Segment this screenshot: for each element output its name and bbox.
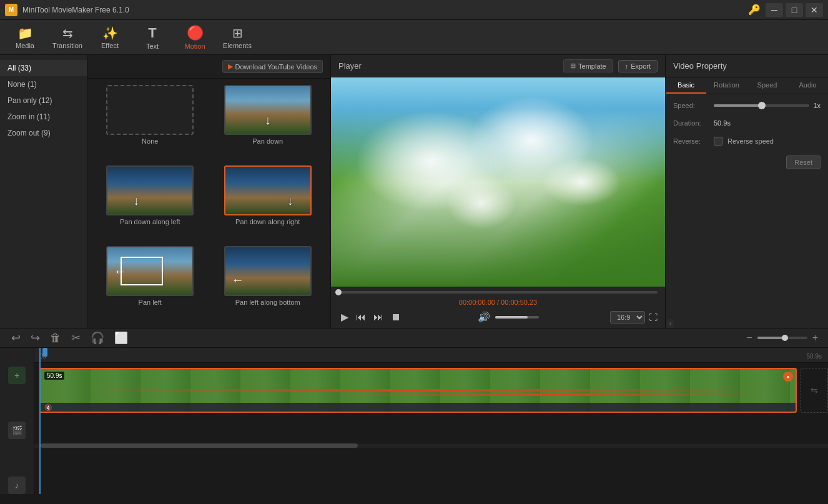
- stop-button[interactable]: ⏹: [388, 310, 403, 324]
- motion-pan-down-thumb[interactable]: ↓: [224, 85, 312, 135]
- add-track-button[interactable]: +: [8, 367, 26, 384]
- motion-none-thumb[interactable]: [106, 85, 194, 135]
- pan-down-right-arrow-icon: ↓: [287, 194, 293, 208]
- progress-bar[interactable]: [338, 291, 658, 294]
- app-title: MiniTool MovieMaker Free 6.1.0: [22, 6, 748, 14]
- video-track-icon[interactable]: 🎬: [8, 422, 26, 439]
- motion-pan-down-left-label: Pan down along left: [120, 218, 180, 225]
- toolbar-media[interactable]: 📁 Media: [5, 22, 45, 52]
- zoom-slider[interactable]: [757, 337, 807, 339]
- toolbar-elements[interactable]: ⊞ Elements: [217, 22, 257, 52]
- media-icon: 📁: [17, 26, 33, 41]
- audio-track-icon[interactable]: ♪: [8, 477, 26, 494]
- youtube-download-button[interactable]: ▶ Download YouTube Videos: [222, 60, 323, 73]
- template-label: Template: [578, 62, 606, 70]
- detach-audio-button[interactable]: 🎧: [87, 329, 108, 347]
- volume-button[interactable]: 🔊: [475, 310, 493, 324]
- speed-knob[interactable]: [758, 102, 766, 109]
- clip-audio-bar: 🔇: [41, 403, 796, 412]
- property-tabs: Basic Rotation Speed Audio: [666, 77, 828, 94]
- reset-button[interactable]: Reset: [786, 156, 821, 169]
- volume-slider[interactable]: [495, 316, 539, 319]
- aspect-ratio-select[interactable]: 16:9 9:16 1:1 4:3: [610, 311, 645, 324]
- sidebar-item-all[interactable]: All (33): [0, 60, 87, 76]
- titlebar: M MiniTool MovieMaker Free 6.1.0 🔑 ─ □ ✕: [0, 0, 828, 20]
- add-clip-icon: ⇆: [811, 385, 818, 395]
- collapse-handle[interactable]: ‹: [666, 319, 674, 328]
- reverse-checkbox[interactable]: [714, 137, 722, 146]
- toolbar-effect[interactable]: ✨ Effect: [90, 22, 130, 52]
- effect-label: Effect: [101, 42, 119, 49]
- playhead[interactable]: [39, 348, 41, 494]
- delete-button[interactable]: 🗑: [46, 329, 65, 347]
- motion-pan-down-right[interactable]: ↓ Pan down along right: [212, 166, 325, 241]
- tab-rotation[interactable]: Rotation: [706, 77, 747, 94]
- tab-speed[interactable]: Speed: [747, 77, 787, 94]
- toolbar-motion[interactable]: 🔴 Motion: [175, 22, 215, 52]
- motion-icon: 🔴: [187, 25, 204, 41]
- sidebar-item-zoom-in[interactable]: Zoom in (11): [0, 109, 87, 125]
- elements-icon: ⊞: [232, 26, 243, 41]
- tab-audio[interactable]: Audio: [787, 77, 828, 94]
- motion-pan-down-left-thumb[interactable]: ↓: [106, 166, 194, 215]
- crop-button[interactable]: ⬜: [111, 329, 132, 347]
- minimize-button[interactable]: ─: [766, 3, 783, 17]
- motion-pan-left-thumb[interactable]: ←: [106, 246, 194, 296]
- progress-knob[interactable]: [335, 289, 342, 295]
- zoom-fill: [757, 337, 785, 339]
- sidebar-item-pan-only[interactable]: Pan only (12): [0, 92, 87, 109]
- toolbar-text[interactable]: T Text: [132, 22, 172, 52]
- timeline-tracks: 0s 50.9s 50.9s ● 🔇: [34, 348, 828, 494]
- motion-pan-left-bottom-thumb[interactable]: ←: [224, 246, 312, 296]
- youtube-icon: ▶: [228, 62, 233, 71]
- zoom-controls: − +: [744, 331, 821, 345]
- export-button[interactable]: ↑ Export: [618, 60, 658, 72]
- motion-pan-down[interactable]: ↓ Pan down: [212, 85, 325, 161]
- mute-icon: 🔇: [44, 404, 52, 411]
- redo-button[interactable]: ↪: [27, 329, 44, 347]
- motion-pan-down-left[interactable]: ↓ Pan down along left: [94, 166, 207, 241]
- motion-pan-left-bottom[interactable]: ← Pan left along bottom: [212, 246, 325, 322]
- split-button[interactable]: ✂: [67, 329, 84, 347]
- export-label: Export: [631, 62, 651, 70]
- volume-fill: [495, 316, 528, 319]
- play-button[interactable]: ▶: [338, 310, 351, 324]
- timeline-scrollbar[interactable]: [34, 443, 828, 448]
- duration-label: Duration:: [673, 119, 714, 127]
- transition-icon: ⇆: [62, 26, 73, 41]
- next-frame-button[interactable]: ⏭: [371, 310, 386, 324]
- close-button[interactable]: ✕: [806, 3, 823, 17]
- toolbar-transition[interactable]: ⇆ Transition: [47, 22, 87, 52]
- reverse-label: Reverse:: [673, 137, 714, 145]
- placeholder-clip[interactable]: ⇆: [801, 368, 828, 413]
- speed-slider[interactable]: [714, 104, 809, 107]
- right-panel: Video Property Basic Rotation Speed Audi…: [666, 55, 828, 328]
- time-total: 00:00:50.23: [501, 299, 537, 306]
- pan-left-bottom-arrow-icon: ←: [232, 273, 244, 287]
- transition-label: Transition: [52, 42, 82, 49]
- clip-motion-line-2: [343, 393, 758, 396]
- motion-pan-left[interactable]: ← Pan left: [94, 246, 207, 322]
- fullscreen-button[interactable]: ⛶: [649, 312, 658, 322]
- property-content: Speed: 1x Duration: 50.9s Reverse: Rever…: [666, 94, 828, 319]
- zoom-knob[interactable]: [782, 335, 788, 341]
- pan-down-right-image: [225, 167, 310, 214]
- zoom-in-button[interactable]: +: [810, 331, 821, 345]
- motion-none[interactable]: None: [94, 85, 207, 161]
- pan-left-arrow-icon: ←: [114, 264, 126, 279]
- undo-button[interactable]: ↩: [7, 329, 24, 347]
- motion-pan-down-right-thumb[interactable]: ↓: [224, 166, 312, 215]
- player-actions: ⊞ Template ↑ Export: [563, 59, 658, 72]
- flower-overlay: [331, 77, 665, 287]
- scrollbar-thumb[interactable]: [41, 443, 358, 448]
- time-ruler: 0s 50.9s: [34, 348, 828, 363]
- video-clip[interactable]: 50.9s ● 🔇: [39, 368, 797, 413]
- sidebar-item-zoom-out[interactable]: Zoom out (9): [0, 125, 87, 141]
- zoom-out-button[interactable]: −: [744, 331, 754, 345]
- maximize-button[interactable]: □: [786, 3, 803, 17]
- reset-section: Reset: [673, 156, 821, 169]
- tab-basic[interactable]: Basic: [666, 77, 706, 94]
- sidebar-item-none[interactable]: None (1): [0, 76, 87, 92]
- template-button[interactable]: ⊞ Template: [563, 59, 613, 72]
- prev-frame-button[interactable]: ⏮: [353, 310, 368, 324]
